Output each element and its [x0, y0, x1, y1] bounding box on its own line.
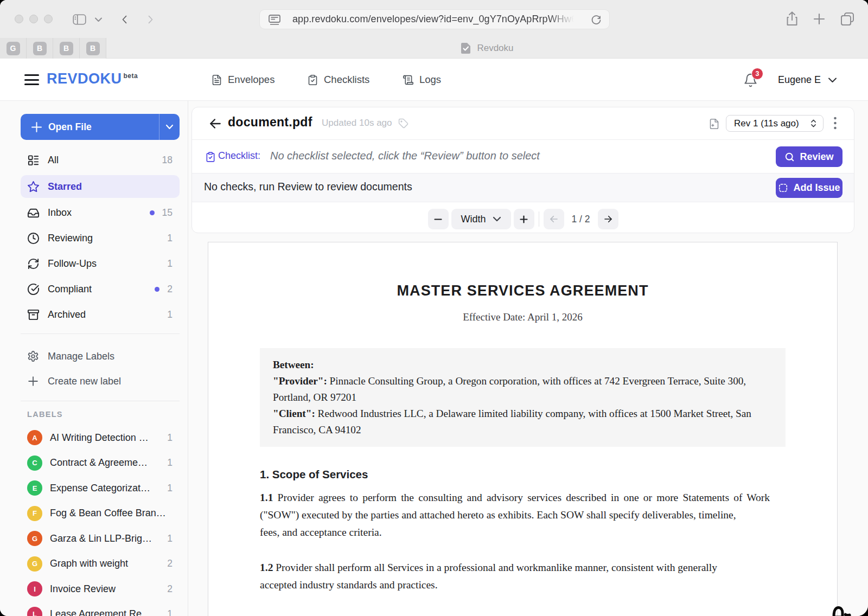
- more-options-icon[interactable]: [834, 117, 837, 130]
- unread-dot: [150, 210, 155, 215]
- window-zoom-button[interactable]: [44, 15, 53, 23]
- new-tab-icon[interactable]: [813, 13, 825, 25]
- label-avatar: G: [27, 531, 42, 546]
- sidebar-toggle-icon[interactable]: [72, 14, 87, 25]
- nav-logs[interactable]: Logs: [403, 59, 441, 101]
- sidebar-nav: All 18 Starred Inbox 15: [21, 147, 180, 328]
- menu-icon[interactable]: [24, 74, 39, 85]
- window-close-button[interactable]: [15, 15, 23, 23]
- document-title: document.pdf: [228, 115, 312, 130]
- user-chevron-icon: [828, 77, 837, 83]
- pdf-page: MASTER SERVICES AGREEMENT Effective Date…: [208, 242, 838, 616]
- tab-overview-icon[interactable]: [840, 12, 854, 26]
- text-line: 1.1 Provider agrees to perform the consu…: [260, 489, 786, 506]
- tab-revdoku[interactable]: Revdoku: [106, 38, 868, 59]
- back-arrow-button[interactable]: [208, 117, 222, 131]
- label-row[interactable]: E Expense Categorizat… 1: [21, 476, 180, 501]
- sidebar: Open File All 18 Starred: [0, 101, 188, 616]
- tag-icon[interactable]: [398, 118, 409, 129]
- manage-labels-button[interactable]: Manage Labels: [21, 344, 180, 369]
- chevrons-up-down-icon: [809, 119, 818, 128]
- main-content: document.pdf Updated 10s ago Rev 1 (11s …: [189, 101, 868, 616]
- add-issue-button[interactable]: Add Issue: [776, 178, 843, 198]
- sidebar-item-starred[interactable]: Starred: [21, 175, 180, 198]
- envelopes-icon: [211, 74, 222, 86]
- checklist-note: No checklist selected, click the “Review…: [270, 150, 540, 162]
- label-row[interactable]: C Contract & Agreeme… 1: [21, 451, 180, 476]
- reader-view-icon[interactable]: [269, 15, 280, 25]
- pinned-tabs: G B B B: [0, 38, 106, 59]
- document-panel: document.pdf Updated 10s ago Rev 1 (11s …: [192, 107, 854, 233]
- text-line: accepted industry standards and practice…: [260, 576, 786, 594]
- label-row[interactable]: F Fog & Bean Coffee Bran…: [21, 501, 180, 527]
- zoom-in-button[interactable]: [514, 209, 534, 229]
- sidebar-item-all[interactable]: All 18: [21, 147, 180, 173]
- open-file-button[interactable]: Open File: [21, 114, 180, 140]
- create-label-button[interactable]: Create new label: [21, 369, 180, 394]
- sidebar-item-archived[interactable]: Archived 1: [21, 302, 180, 328]
- pinned-tab-3[interactable]: B: [53, 38, 80, 59]
- window-minimize-button[interactable]: [29, 15, 38, 23]
- nav-envelopes[interactable]: Envelopes: [211, 59, 275, 101]
- tab-title: Revdoku: [477, 43, 513, 54]
- clipboard-icon: [205, 151, 216, 163]
- sidebar-item-reviewing[interactable]: Reviewing 1: [21, 226, 180, 251]
- label-avatar: C: [27, 455, 42, 471]
- search-icon: [784, 152, 795, 162]
- review-button[interactable]: Review: [776, 146, 843, 167]
- pinned-tab-2[interactable]: B: [27, 38, 53, 59]
- chevron-down-icon: [493, 216, 501, 222]
- page-indicator: 1 / 2: [564, 214, 598, 225]
- back-button[interactable]: [121, 15, 128, 24]
- text-line: "Client": Redwood Industries LLC, a Dela…: [273, 406, 773, 422]
- forward-button[interactable]: [147, 15, 154, 24]
- new-revision-icon[interactable]: [709, 118, 720, 130]
- label-row[interactable]: I Invoice Review 2: [21, 576, 180, 602]
- sidebar-item-compliant[interactable]: Compliant 2: [21, 277, 180, 302]
- pdf-subtitle: Effective Date: April 1, 2026: [208, 311, 837, 323]
- checklist-label: Checklist:: [218, 150, 260, 162]
- next-page-button[interactable]: [598, 209, 618, 229]
- revision-select[interactable]: Rev 1 (11s ago): [726, 115, 824, 132]
- zoom-out-button[interactable]: [428, 209, 449, 229]
- open-file-dropdown[interactable]: [159, 114, 180, 140]
- sidebar-chevron-icon[interactable]: [94, 17, 103, 22]
- reload-icon[interactable]: [591, 15, 602, 25]
- sidebar-item-inbox[interactable]: Inbox 15: [21, 200, 180, 226]
- browser-toolbar: app.revdoku.com/envelopes/view?id=env_0g…: [0, 0, 868, 38]
- plus-icon: [520, 215, 528, 223]
- label-row[interactable]: L Lease Agreement Re… 1: [21, 602, 180, 616]
- pinned-tab-favicon: B: [86, 42, 100, 55]
- ink-annotation: [832, 606, 856, 616]
- user-menu[interactable]: Eugene E: [778, 59, 837, 101]
- plus-icon: [27, 375, 39, 387]
- layout-list-icon: [27, 154, 40, 166]
- label-row[interactable]: G Graph with weight 2: [21, 551, 180, 577]
- nav-logs-label: Logs: [419, 74, 441, 86]
- label-row[interactable]: A AI Writing Detection … 1: [21, 425, 180, 451]
- url-text: app.revdoku.com/envelopes/view?id=env_0g…: [292, 14, 577, 25]
- sidebar-item-followups[interactable]: Follow-Ups 1: [21, 251, 180, 277]
- arrow-right-icon: [603, 214, 614, 224]
- pinned-tab-4[interactable]: B: [80, 38, 106, 59]
- notifications-button[interactable]: 3: [743, 73, 758, 88]
- dashed-box-icon: [778, 183, 788, 193]
- text-line: Francisco, CA 94102: [273, 422, 773, 438]
- share-icon[interactable]: [786, 11, 798, 27]
- user-name: Eugene E: [778, 74, 821, 86]
- app-logo[interactable]: REVDOKUbeta: [47, 70, 138, 87]
- text-line: Portland, OR 97201: [273, 389, 773, 406]
- app-header: REVDOKUbeta Envelopes Checklists Logs: [0, 59, 868, 101]
- star-icon: [27, 181, 40, 193]
- section-heading: 1. Scope of Services: [260, 468, 786, 481]
- pinned-tab-1[interactable]: G: [0, 38, 27, 59]
- clock-icon: [27, 232, 40, 245]
- address-bar[interactable]: app.revdoku.com/envelopes/view?id=env_0g…: [259, 9, 610, 29]
- archive-icon: [27, 309, 40, 321]
- zoom-mode-select[interactable]: Width: [451, 209, 511, 229]
- text-line: "Provider": Pinnacle Consulting Group, a…: [273, 373, 773, 389]
- nav-checklists[interactable]: Checklists: [307, 59, 369, 101]
- revision-label: Rev 1 (11s ago): [734, 118, 799, 129]
- label-row[interactable]: G Garza & Lin LLP-Brig… 1: [21, 526, 180, 551]
- prev-page-button[interactable]: [544, 209, 564, 229]
